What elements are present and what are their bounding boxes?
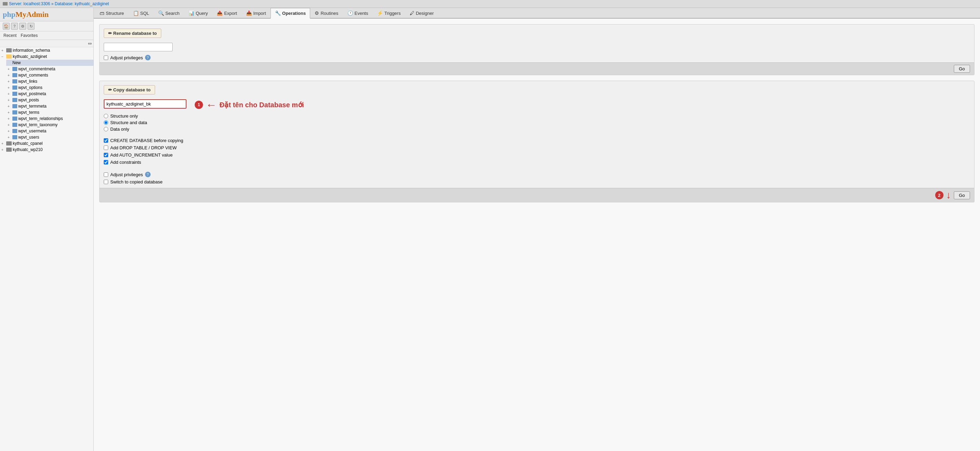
help-icon[interactable]: ? [11, 23, 18, 30]
copy-go-btn[interactable]: Go [954, 191, 970, 199]
tab-sql-label: SQL [140, 11, 149, 16]
table-item-term-relationships[interactable]: + wpvt_term_relationships [6, 115, 93, 122]
table-item-postmeta[interactable]: + wpvt_postmeta [6, 91, 93, 97]
table-item-posts[interactable]: + wpvt_posts [6, 97, 93, 103]
copy-btn[interactable]: ✏ Copy database to [104, 85, 155, 94]
server-icon [3, 2, 8, 5]
table-icon [13, 98, 17, 102]
tab-routines-label: Routines [320, 11, 338, 16]
table-item-comments[interactable]: + wpvt_comments [6, 72, 93, 78]
table-name: wpvt_users [18, 135, 39, 140]
radio-data-only-input[interactable] [104, 127, 108, 131]
table-item-term-taxonomy[interactable]: + wpvt_term_taxonomy [6, 122, 93, 128]
radio-structure-only-input[interactable] [104, 114, 108, 118]
table-item-links[interactable]: + wpvt_links [6, 78, 93, 84]
copy-section: ✏ Copy database to 1 ← Đặt tên cho Datab… [99, 81, 975, 202]
nav-tabs: 🗃 Structure 📋 SQL 🔍 Search 📊 Query 📤 Exp… [94, 8, 980, 19]
tab-events-label: Events [355, 11, 368, 16]
expand-icon: + [8, 135, 13, 139]
rename-section: ✏ Rename database to Adjust privileges ?… [99, 24, 975, 75]
db-item-cpanel[interactable]: + kythuatc_cpanel [0, 140, 93, 147]
rename-adjust-privileges-checkbox[interactable] [104, 56, 108, 60]
table-item-commentmeta[interactable]: + wpvt_commentmeta [6, 66, 93, 72]
sidebar-header: phpMyAdmin [0, 8, 93, 21]
tab-events[interactable]: 🕐 Events [343, 8, 373, 18]
table-item-new[interactable]: New [6, 60, 93, 66]
table-item-termmeta[interactable]: + wpvt_termmeta [6, 103, 93, 109]
table-name: wpvt_terms [18, 110, 39, 115]
db-name: information_schema [13, 48, 50, 53]
db-name: kythuatc_wp210 [13, 147, 43, 152]
home-icon[interactable]: 🏠 [3, 23, 10, 30]
new-label: New [13, 61, 21, 65]
designer-icon: 🖊 [410, 10, 415, 16]
expand-icon: + [8, 86, 13, 90]
copy-switch-row: Switch to copied database [104, 179, 970, 185]
collapse-icon: − [2, 55, 6, 59]
rename-btn[interactable]: ✏ Rename database to [104, 29, 161, 38]
tab-operations-label: Operations [282, 11, 306, 16]
query-icon: 📊 [188, 10, 194, 16]
triggers-icon: ⚡ [377, 10, 383, 16]
tab-search[interactable]: 🔍 Search [154, 8, 184, 18]
copy-db-name-input[interactable] [104, 99, 186, 108]
table-name: wpvt_comments [18, 73, 48, 78]
tab-favorites[interactable]: Favorites [20, 33, 38, 38]
refresh-icon[interactable]: ↻ [27, 23, 35, 30]
db-item-kythuatc-azdiginet[interactable]: − kythuatc_azdiginet [0, 53, 93, 60]
copy-create-db-label: CREATE DATABASE before copying [110, 138, 183, 143]
tab-import[interactable]: 📥 Import [242, 8, 270, 18]
db-item-information-schema[interactable]: + information_schema [0, 47, 93, 53]
radio-data-only: Data only [104, 126, 970, 132]
db-item-wp210[interactable]: + kythuatc_wp210 [0, 147, 93, 153]
table-item-usermeta[interactable]: + wpvt_usermeta [6, 128, 93, 134]
copy-constraints-label: Add constraints [110, 159, 141, 165]
tab-query[interactable]: 📊 Query [184, 8, 212, 18]
table-icon [13, 129, 17, 133]
rename-input[interactable] [104, 43, 173, 51]
tab-recent[interactable]: Recent [3, 33, 17, 38]
server-link[interactable]: Server: localhost:3306 » Database: kythu… [9, 2, 109, 6]
copy-adjust-privileges-row: Adjust privileges ? [104, 172, 970, 177]
phpmyadmin-logo: phpMyAdmin [3, 10, 49, 19]
radio-structure-only: Structure only [104, 113, 970, 119]
settings-icon[interactable]: ⚙ [19, 23, 26, 30]
copy-switch-checkbox[interactable] [104, 180, 108, 184]
expand-icon: + [8, 67, 13, 71]
tab-export-label: Export [224, 11, 237, 16]
db-open-icon [6, 54, 12, 59]
copy-help-icon[interactable]: ? [145, 172, 151, 177]
table-icon [13, 123, 17, 127]
rename-help-icon[interactable]: ? [145, 55, 151, 61]
db-icon [6, 48, 12, 53]
copy-adjust-privileges-checkbox[interactable] [104, 172, 108, 177]
expand-icon: + [2, 148, 6, 152]
tab-designer[interactable]: 🖊 Designer [405, 8, 438, 18]
tab-operations[interactable]: 🔧 Operations [270, 8, 310, 19]
annotation-badge-2: 2 [935, 191, 943, 199]
table-icon [13, 79, 17, 83]
tab-structure-label: Structure [106, 11, 124, 16]
tab-query-label: Query [196, 11, 208, 16]
tab-structure[interactable]: 🗃 Structure [95, 8, 129, 18]
sidebar-scroll: ⇔ [0, 40, 93, 47]
copy-constraints-checkbox[interactable] [104, 160, 108, 164]
rename-go-btn[interactable]: Go [954, 65, 970, 73]
table-item-options[interactable]: + wpvt_options [6, 84, 93, 91]
tab-routines[interactable]: ⚙ Routines [310, 8, 342, 18]
copy-switch-label: Switch to copied database [110, 179, 163, 185]
table-item-users[interactable]: + wpvt_users [6, 134, 93, 140]
table-icon [13, 104, 17, 108]
tab-sql[interactable]: 📋 SQL [129, 8, 154, 18]
radio-structure-data-input[interactable] [104, 120, 108, 125]
sidebar: phpMyAdmin 🏠 ? ⚙ ↻ Recent Favorites ⇔ + … [0, 8, 94, 451]
tab-triggers[interactable]: ⚡ Triggers [372, 8, 405, 18]
table-icon [13, 110, 17, 115]
table-item-terms[interactable]: + wpvt_terms [6, 109, 93, 115]
copy-drop-table-checkbox[interactable] [104, 145, 108, 150]
search-tab-icon: 🔍 [158, 10, 164, 16]
copy-auto-increment-checkbox[interactable] [104, 153, 108, 157]
tab-export[interactable]: 📤 Export [212, 8, 242, 18]
copy-create-db-checkbox[interactable] [104, 138, 108, 143]
expand-icon: + [8, 80, 13, 83]
